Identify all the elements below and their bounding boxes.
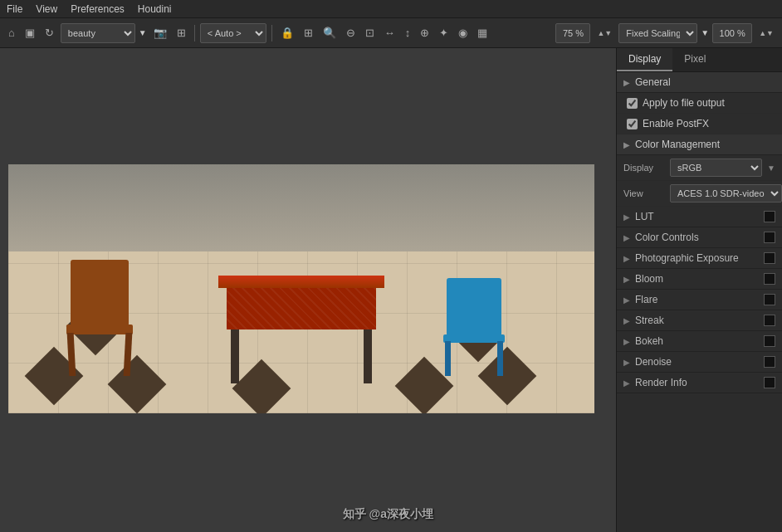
general-arrow-icon: ▶ bbox=[623, 78, 630, 87]
scale-stepper[interactable]: ▲▼ bbox=[755, 23, 777, 43]
apply-to-file-label: Apply to file output bbox=[643, 97, 725, 109]
item-photographic-exposure[interactable]: ▶ Photographic Exposure bbox=[617, 248, 782, 269]
color-controls-color-box bbox=[764, 232, 775, 243]
square-button[interactable]: ▣ bbox=[22, 23, 38, 43]
tab-display[interactable]: Display bbox=[617, 48, 672, 71]
item-streak-left: ▶ Streak bbox=[623, 315, 664, 326]
apply-to-file-checkbox[interactable] bbox=[627, 98, 638, 109]
item-bloom[interactable]: ▶ Bloom bbox=[617, 269, 782, 290]
bokeh-arrow-icon: ▶ bbox=[623, 337, 630, 346]
item-bloom-left: ▶ Bloom bbox=[623, 273, 663, 285]
chair-left-leg2 bbox=[124, 333, 133, 376]
flip-h-button[interactable]: ↔ bbox=[381, 23, 398, 43]
lut-color-box bbox=[764, 211, 775, 222]
item-photo-exposure-left: ▶ Photographic Exposure bbox=[623, 252, 739, 264]
denoise-label: Denoise bbox=[635, 356, 672, 368]
item-render-info-left: ▶ Render Info bbox=[623, 377, 687, 388]
enable-postfx-checkbox[interactable] bbox=[627, 119, 638, 129]
auto-select[interactable]: < Auto > bbox=[200, 23, 266, 43]
display-select[interactable]: sRGB bbox=[670, 159, 762, 177]
item-flare[interactable]: ▶ Flare bbox=[617, 290, 782, 310]
render-info-arrow-icon: ▶ bbox=[623, 378, 630, 388]
grid-button[interactable]: ⊞ bbox=[301, 23, 316, 43]
lut-arrow-icon: ▶ bbox=[623, 212, 630, 222]
enable-postfx-row: Enable PostFX bbox=[617, 114, 782, 134]
item-flare-left: ▶ Flare bbox=[623, 294, 657, 305]
view-prop-label: View bbox=[623, 188, 665, 198]
bokeh-color-box bbox=[764, 335, 775, 347]
view-select[interactable]: ACES 1.0 SDR-video bbox=[670, 184, 782, 203]
color-controls-label: Color Controls bbox=[635, 232, 699, 243]
menu-preferences[interactable]: Preferences bbox=[71, 3, 125, 15]
scaling-arrow: ▼ bbox=[701, 28, 709, 37]
item-lut[interactable]: ▶ LUT bbox=[617, 207, 782, 227]
fit-button[interactable]: ⊡ bbox=[362, 23, 378, 43]
toolbar: ⌂ ▣ ↻ beauty ▼ 📷 ⊞ < Auto > 🔒 ⊞ 🔍 ⊖ ⊡ ↔ … bbox=[0, 18, 782, 48]
chair-left-back bbox=[71, 260, 129, 326]
home-button[interactable]: ⌂ bbox=[5, 23, 18, 43]
camera-button[interactable]: 📷 bbox=[150, 23, 170, 43]
viewport[interactable]: 知乎 @a深夜小埋 bbox=[0, 48, 616, 532]
watermark: 知乎 @a深夜小埋 bbox=[343, 507, 433, 522]
streak-label: Streak bbox=[635, 315, 664, 326]
bloom-arrow-icon: ▶ bbox=[623, 275, 630, 284]
transform-button[interactable]: ⊕ bbox=[417, 23, 433, 43]
item-denoise-left: ▶ Denoise bbox=[623, 356, 672, 368]
table-center bbox=[218, 276, 384, 383]
lut-button[interactable]: ▦ bbox=[474, 23, 491, 43]
main-content: 知乎 @a深夜小埋 Display Pixel ▶ General Apply … bbox=[0, 48, 782, 532]
zoom-up-button[interactable]: ▲▼ bbox=[594, 23, 615, 43]
denoise-arrow-icon: ▶ bbox=[623, 358, 630, 367]
menu-file[interactable]: File bbox=[7, 3, 22, 15]
enable-postfx-label: Enable PostFX bbox=[643, 118, 709, 129]
menu-view[interactable]: View bbox=[36, 3, 57, 15]
scene-background bbox=[8, 164, 594, 413]
photo-exposure-color-box bbox=[764, 252, 775, 264]
channel-select[interactable]: beauty bbox=[61, 23, 135, 43]
bloom-label: Bloom bbox=[635, 273, 663, 285]
menu-houdini[interactable]: Houdini bbox=[138, 3, 172, 15]
bokeh-label: Bokeh bbox=[635, 335, 663, 347]
section-color-mgmt-title: Color Management bbox=[635, 139, 720, 150]
zoom-in-button[interactable]: 🔍 bbox=[320, 23, 340, 43]
color-mgmt-arrow-icon: ▶ bbox=[623, 140, 630, 149]
denoise-color-box bbox=[764, 356, 775, 368]
menu-bar: File View Preferences Houdini bbox=[0, 0, 782, 18]
photo-exposure-label: Photographic Exposure bbox=[635, 252, 739, 264]
scale-100-input[interactable]: 100 % bbox=[712, 23, 752, 43]
section-general-header[interactable]: ▶ General bbox=[617, 72, 782, 93]
render-info-color-box bbox=[764, 377, 775, 388]
item-bokeh[interactable]: ▶ Bokeh bbox=[617, 331, 782, 352]
item-denoise[interactable]: ▶ Denoise bbox=[617, 352, 782, 373]
crop-button[interactable]: ⊞ bbox=[174, 23, 189, 43]
toolbar-right: 75 % ▲▼ Fixed Scaling ▼ 100 % ▲▼ bbox=[555, 23, 777, 43]
flare-color-box bbox=[764, 294, 775, 305]
pin-button[interactable]: ✦ bbox=[436, 23, 452, 43]
tab-pixel[interactable]: Pixel bbox=[672, 48, 717, 71]
flip-v-button[interactable]: ↕ bbox=[402, 23, 414, 43]
flare-label: Flare bbox=[635, 294, 657, 305]
item-bokeh-left: ▶ Bokeh bbox=[623, 335, 663, 347]
zoom-input[interactable]: 75 % bbox=[555, 23, 590, 43]
chair-left-leg1 bbox=[67, 333, 76, 376]
item-streak[interactable]: ▶ Streak bbox=[617, 310, 782, 331]
photo-exposure-arrow-icon: ▶ bbox=[623, 254, 630, 263]
streak-arrow-icon: ▶ bbox=[623, 316, 630, 325]
view-prop-row: View ACES 1.0 SDR-video ▼ bbox=[617, 181, 782, 207]
section-general-title: General bbox=[635, 76, 671, 88]
item-color-controls[interactable]: ▶ Color Controls bbox=[617, 227, 782, 248]
divider-2 bbox=[271, 25, 272, 41]
refresh-button[interactable]: ↻ bbox=[42, 23, 57, 43]
render-image bbox=[8, 164, 594, 413]
table-leg2 bbox=[364, 329, 372, 383]
lock-button[interactable]: 🔒 bbox=[277, 23, 297, 43]
color-controls-arrow-icon: ▶ bbox=[623, 233, 630, 242]
zoom-out-button[interactable]: ⊖ bbox=[343, 23, 359, 43]
snapshot-button[interactable]: ◉ bbox=[455, 23, 471, 43]
scaling-select[interactable]: Fixed Scaling bbox=[618, 23, 697, 43]
bloom-color-box bbox=[764, 273, 775, 285]
apply-to-file-row: Apply to file output bbox=[617, 93, 782, 114]
item-render-info[interactable]: ▶ Render Info bbox=[617, 373, 782, 393]
chair-right-leg1 bbox=[445, 341, 451, 376]
section-color-mgmt-header[interactable]: ▶ Color Management bbox=[617, 134, 782, 155]
